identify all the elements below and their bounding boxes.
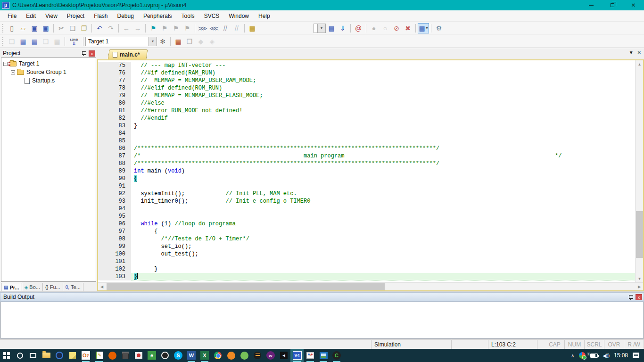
code-line[interactable]: 94 — [98, 205, 635, 213]
project-tab[interactable]: ▤Pr... — [1, 283, 22, 291]
menu-peripherals[interactable]: Peripherals — [139, 11, 177, 21]
manage-components-icon[interactable]: ▦ — [173, 36, 184, 47]
code-line[interactable]: 75 // --- map INT-vector --- — [98, 62, 635, 69]
code-line[interactable]: 101 — [98, 258, 635, 265]
triangle-app-icon[interactable]: ◄ — [277, 349, 290, 362]
bookmark-next-icon[interactable]: ⚑ — [159, 23, 170, 33]
code-line[interactable]: 76 //#if defined(RAM_RUN) — [98, 69, 635, 77]
bookmark-clear-icon[interactable]: ⚑ — [182, 23, 193, 33]
breakpoint-toggle-icon[interactable]: ● — [368, 23, 380, 33]
target-select-combo[interactable]: Target 1▾ — [85, 37, 157, 46]
horizontal-scrollbar[interactable]: ◀ ▶ — [98, 282, 643, 290]
horizontal-scroll-thumb[interactable] — [107, 283, 385, 290]
calculator-icon[interactable] — [119, 349, 132, 362]
menu-help[interactable]: Help — [254, 11, 275, 21]
menu-file[interactable]: File — [3, 11, 21, 21]
rebuild-icon[interactable]: ▦ — [29, 36, 40, 47]
pin-icon[interactable] — [82, 51, 86, 56]
templates-tab[interactable]: 0,Te... — [63, 283, 83, 291]
debug-session-icon[interactable]: @ — [353, 23, 364, 33]
code-line[interactable]: 97 { — [98, 228, 635, 235]
code-line[interactable]: 88/*************************************… — [98, 160, 635, 167]
breakpoint-enable-icon[interactable]: ○ — [380, 23, 391, 33]
chrome-icon[interactable] — [211, 349, 224, 362]
code-line[interactable]: 77 // MEMMAP = MEMMAP_USER_RAM_MODE; — [98, 77, 635, 84]
software-packs-icon[interactable]: ◆ — [195, 36, 206, 47]
code-line[interactable]: 86/*************************************… — [98, 145, 635, 152]
undo-icon[interactable]: ↶ — [94, 23, 105, 33]
code-line[interactable]: 98 /*//Teste de I/O + Timer*/ — [98, 235, 635, 243]
code-line[interactable]: 99 set_io(); — [98, 243, 635, 250]
action-center-icon[interactable] — [633, 353, 639, 358]
start-button[interactable] — [0, 349, 13, 362]
find-text-combo[interactable]: ▾ — [314, 24, 326, 33]
tree-item-startup-s[interactable]: Startup.s — [3, 76, 96, 85]
chevron-down-icon[interactable]: ▾ — [149, 37, 157, 46]
breakpoint-disable-icon[interactable]: ⊘ — [391, 23, 402, 33]
c-app-icon[interactable]: C — [330, 349, 343, 362]
menu-edit[interactable]: Edit — [21, 11, 41, 21]
tree-item-target-1[interactable]: −Target 1 — [3, 59, 96, 68]
menu-view[interactable]: View — [41, 11, 62, 21]
code-line[interactable]: 78 //#elif defined(ROM_RUN) — [98, 84, 635, 92]
close-document-icon[interactable]: ✕ — [637, 50, 641, 55]
incremental-find-icon[interactable]: ⇓ — [337, 23, 348, 33]
photo-viewer-icon[interactable] — [132, 349, 145, 362]
breakpoint-kill-icon[interactable]: ✖ — [402, 23, 413, 33]
code-line[interactable]: 81 //#error RUN_MODE not defined! — [98, 107, 635, 115]
word-icon[interactable]: W — [185, 349, 198, 362]
code-line[interactable]: 95 — [98, 213, 635, 220]
outlook-icon[interactable]: Oz — [79, 349, 92, 362]
new-file-icon[interactable]: ▯ — [6, 23, 17, 33]
menu-project[interactable]: Project — [62, 11, 89, 21]
vertical-scroll-thumb[interactable] — [636, 211, 643, 258]
taskbar-clock[interactable]: 15:08 — [614, 352, 628, 359]
tree-expander-icon[interactable]: − — [11, 70, 15, 74]
sticky-notes-icon[interactable] — [66, 349, 79, 362]
firefox-icon[interactable] — [106, 349, 119, 362]
code-line[interactable]: 96 while (1) //loop do programa — [98, 220, 635, 228]
chevron-down-icon[interactable]: ▾ — [317, 24, 325, 33]
swirl-app-icon[interactable] — [224, 349, 238, 362]
code-line[interactable]: 82 //#endif — [98, 115, 635, 122]
photos-app-icon[interactable] — [317, 349, 330, 362]
document-list-dropdown-icon[interactable]: ▼ — [629, 50, 634, 55]
battery-tray-icon[interactable] — [590, 354, 598, 358]
save-all-icon[interactable]: ▣ — [40, 23, 51, 33]
code-line[interactable]: 100 out_test(); — [98, 250, 635, 258]
uvision-taskbar-icon[interactable]: V4 — [290, 349, 304, 362]
uncomment-icon[interactable]: // — [231, 23, 242, 33]
translate-icon[interactable]: ❏ — [6, 36, 17, 47]
burger-app-icon[interactable] — [251, 349, 264, 362]
text-editor-icon[interactable]: ✎ — [92, 349, 106, 362]
code-line[interactable]: 89int main (void) — [98, 167, 635, 175]
menu-flash[interactable]: Flash — [89, 11, 112, 21]
paste-icon[interactable]: ❐ — [78, 23, 90, 33]
tree-expander-icon[interactable]: − — [3, 62, 8, 66]
file-explorer-icon[interactable] — [40, 349, 53, 362]
tree-item-source-group-1[interactable]: −Source Group 1 — [3, 68, 96, 76]
pack-installer-icon[interactable]: ◈ — [206, 36, 218, 47]
save-icon[interactable]: ▣ — [29, 23, 40, 33]
tray-expand-icon[interactable]: ∧ — [571, 353, 574, 358]
window-views-icon[interactable]: ▤▾ — [418, 23, 429, 33]
volume-tray-icon[interactable]: ◀))) — [603, 353, 609, 358]
bookmark-prev-icon[interactable]: ⚑ — [170, 23, 182, 33]
excel-icon[interactable]: X — [198, 349, 211, 362]
batch-build-icon[interactable]: ❏ — [40, 36, 51, 47]
comment-icon[interactable]: // — [220, 23, 231, 33]
configure-icon[interactable]: ⚙ — [433, 23, 445, 33]
scroll-down-icon[interactable]: ▼ — [636, 275, 643, 282]
menu-svcs[interactable]: SVCS — [199, 11, 224, 21]
code-line[interactable]: 103} — [98, 273, 635, 280]
editor-tab-main-c[interactable]: main.c* — [108, 49, 148, 59]
code-line[interactable]: 85 — [98, 137, 635, 145]
code-line[interactable]: 84 — [98, 130, 635, 137]
code-line[interactable]: 102 } — [98, 265, 635, 273]
project-panel-close-button[interactable]: x — [89, 50, 95, 57]
code-line[interactable]: 92 systemInit(); // Init PLL, MAM etc. — [98, 190, 635, 197]
cut-icon[interactable]: ✂ — [56, 23, 67, 33]
ring-app-icon[interactable] — [158, 349, 172, 362]
vertical-scrollbar[interactable]: ▲ ▼ — [635, 60, 643, 282]
sync-tray-icon[interactable] — [579, 352, 586, 359]
